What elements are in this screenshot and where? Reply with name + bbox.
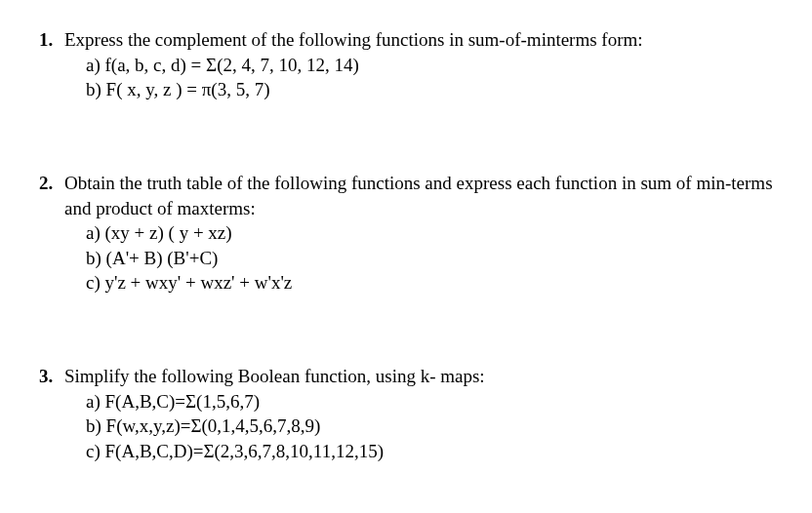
problem-2: 2. Obtain the truth table of the followi… — [39, 171, 773, 296]
problem-3: 3. Simplify the following Boolean functi… — [39, 364, 773, 464]
problem-number: 2. — [39, 171, 53, 196]
subitem-b: b) (A'+ B) (B'+C) — [64, 246, 773, 271]
problem-number: 1. — [39, 27, 53, 53]
problem-1: 1. Express the complement of the followi… — [39, 27, 773, 102]
subitem-a: a) (xy + z) ( y + xz) — [64, 220, 773, 246]
problem-prompt: Obtain the truth table of the following … — [64, 171, 773, 220]
document-page: 1. Express the complement of the followi… — [0, 0, 812, 484]
problem-prompt: Express the complement of the following … — [64, 27, 773, 53]
subitem-b: b) F(w,x,y,z)=Σ(0,1,4,5,6,7,8,9) — [64, 414, 773, 439]
subitem-c: c) y'z + wxy' + wxz' + w'x'z — [64, 270, 773, 296]
problem-prompt: Simplify the following Boolean function,… — [64, 364, 773, 389]
problem-list: 1. Express the complement of the followi… — [39, 27, 773, 464]
problem-number: 3. — [39, 364, 53, 389]
subitem-a: a) F(A,B,C)=Σ(1,5,6,7) — [64, 389, 773, 414]
subitem-b: b) F( x, y, z ) = π(3, 5, 7) — [64, 77, 773, 102]
subitem-c: c) F(A,B,C,D)=Σ(2,3,6,7,8,10,11,12,15) — [64, 439, 773, 464]
subitem-a: a) f(a, b, c, d) = Σ(2, 4, 7, 10, 12, 14… — [64, 53, 773, 78]
